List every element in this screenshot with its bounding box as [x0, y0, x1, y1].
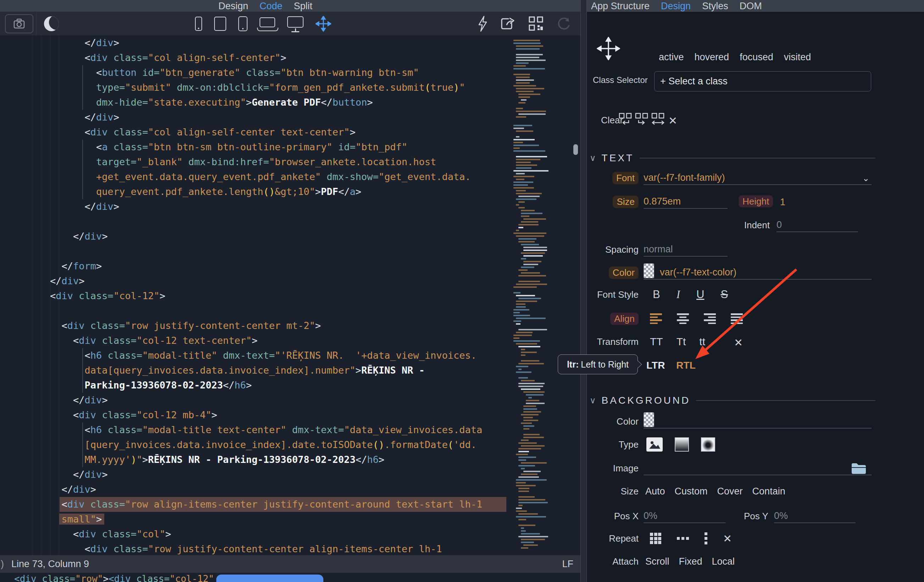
code-line[interactable]: </div> [0, 229, 581, 244]
clear-right-icon[interactable] [634, 112, 650, 129]
background-attach-option[interactable]: Scroll [645, 556, 670, 567]
background-size-option[interactable]: Custom [675, 486, 708, 497]
panel-tab[interactable]: Styles [702, 1, 728, 12]
code-line[interactable]: <div class="row justify-content-center m… [0, 318, 581, 333]
background-type-radial-gradient-icon[interactable] [701, 437, 715, 452]
browse-folder-icon[interactable] [851, 462, 866, 475]
background-attach-option[interactable]: Local [712, 556, 735, 567]
background-color-input[interactable] [644, 414, 871, 429]
font-size-input[interactable]: 0.875em [644, 195, 728, 209]
font-family-select[interactable]: var(--f7-font-family) ⌄ [644, 171, 871, 185]
clipped-blue-button[interactable] [216, 575, 323, 582]
view-mode-tab[interactable]: Split [294, 1, 313, 12]
align-justify-icon[interactable] [731, 313, 743, 324]
align-left-icon[interactable] [650, 313, 662, 324]
code-line[interactable]: MM.yyyy')">RĒĶINS NR - Parking-13936078-… [0, 452, 581, 467]
letter-spacing-input[interactable]: normal [644, 242, 728, 257]
code-line[interactable]: <div class="col align-self-center text-c… [0, 125, 581, 140]
code-line[interactable]: </div> [0, 467, 581, 482]
code-line[interactable]: <div class="row justify-content-center a… [0, 542, 581, 555]
repeat-x-icon[interactable] [677, 537, 689, 540]
pos-x-input[interactable]: 0% [644, 509, 726, 523]
code-line[interactable]: <div class="row align-items-center justi… [0, 497, 581, 512]
code-line[interactable]: +get_event.data.query_event.pdf_ankete" … [0, 170, 581, 184]
pos-y-input[interactable]: 0% [774, 509, 856, 523]
code-line[interactable]: <div class="col"> [0, 527, 581, 542]
text-direction-option[interactable]: RTL [676, 360, 695, 371]
align-right-icon[interactable] [704, 313, 716, 324]
text-direction-option[interactable]: LTR [646, 360, 665, 371]
background-attach-option[interactable]: Fixed [679, 556, 702, 567]
code-line[interactable]: Parking-13936078-02-2023</h6> [0, 378, 581, 393]
responsive-resize-icon[interactable] [315, 16, 331, 31]
minimap[interactable] [512, 35, 549, 553]
device-laptop-icon[interactable] [259, 17, 275, 27]
code-line[interactable]: <a class="btn btn-sm btn-outline-primary… [0, 140, 581, 155]
align-center-icon[interactable] [677, 313, 689, 324]
code-line[interactable]: </div> [0, 482, 581, 497]
code-editor[interactable]: </div><div class="col align-self-center"… [0, 35, 581, 555]
code-line[interactable]: <h6 class="modal-title text-center" dmx-… [0, 422, 581, 437]
pseudo-state[interactable]: active [659, 52, 684, 63]
panel-tab[interactable]: DOM [740, 1, 762, 12]
code-line[interactable]: type="submit" dmx-on:dblclick="form_gen_… [0, 80, 581, 95]
code-line[interactable]: </form> [0, 259, 581, 274]
device-desktop-icon[interactable] [287, 16, 304, 28]
text-direction-options[interactable]: LTRRTL [646, 357, 696, 374]
pseudo-state[interactable]: hovered [695, 52, 729, 63]
code-line[interactable] [0, 303, 581, 318]
background-section-header[interactable]: ∨ BACKGROUND [590, 393, 875, 407]
text-color-input[interactable]: var(--f7-text-color) [644, 265, 871, 280]
panel-tab[interactable]: App Structure [591, 1, 650, 12]
text-transform-option[interactable]: TT [650, 336, 663, 348]
panel-tab[interactable]: Design [661, 1, 691, 12]
code-line[interactable] [0, 244, 581, 259]
underline-button[interactable]: U [696, 288, 704, 301]
dark-mode-moon-icon[interactable] [44, 16, 59, 31]
pseudo-state-selector[interactable]: activehoveredfocusedvisited [659, 50, 811, 64]
text-transform-option[interactable]: Tt [676, 336, 686, 348]
italic-button[interactable]: I [676, 288, 680, 301]
line-height-value[interactable]: 1 [780, 197, 785, 208]
background-size-option[interactable]: Auto [645, 486, 665, 497]
device-phone-icon[interactable] [195, 16, 202, 31]
clear-left-icon[interactable] [618, 112, 634, 129]
code-line[interactable]: <div class="col-12"> [0, 289, 581, 303]
pseudo-state[interactable]: visited [784, 52, 811, 63]
line-ending-indicator[interactable]: LF [562, 555, 573, 573]
text-section-header[interactable]: ∨ TEXT [590, 151, 875, 165]
background-attach-options[interactable]: ScrollFixedLocal [645, 553, 735, 570]
refresh-icon[interactable] [556, 16, 572, 31]
editor-scrollbar-handle[interactable] [573, 144, 578, 155]
code-line[interactable]: <div class="col align-self-center"> [0, 50, 581, 65]
code-line[interactable]: <h6 class="modal-title" dmx-text="'RĒĶIN… [0, 348, 581, 363]
background-image-input[interactable] [644, 461, 871, 475]
code-line[interactable]: target="_blank" dmx-bind:href="browser_a… [0, 155, 581, 170]
strikethrough-button[interactable]: S [721, 288, 728, 301]
transform-none-icon[interactable]: ✕ [734, 336, 743, 349]
code-line[interactable]: <div class="col-12 mb-4"> [0, 407, 581, 422]
panel-splitter[interactable] [581, 0, 587, 582]
panel-tabs[interactable]: App StructureDesignStylesDOM [591, 0, 762, 12]
share-export-icon[interactable] [500, 16, 516, 31]
move-element-icon[interactable] [597, 37, 620, 60]
class-selector-input[interactable]: + Select a class [654, 71, 871, 91]
code-line[interactable]: data[query_invoices.data.invoice_index].… [0, 363, 581, 378]
screenshot-camera-button[interactable] [5, 14, 33, 33]
background-size-option[interactable]: Contain [752, 486, 785, 497]
code-line[interactable]: </div> [0, 274, 581, 289]
code-line[interactable]: [query_invoices.data.invoice_index].date… [0, 437, 581, 452]
text-transform-option[interactable]: tt [699, 336, 705, 348]
device-phone-large-icon[interactable] [238, 16, 248, 31]
repeat-none-icon[interactable]: ✕ [723, 533, 732, 545]
qr-code-icon[interactable] [528, 16, 544, 31]
bold-button[interactable]: B [653, 288, 660, 301]
code-line[interactable]: query_event.pdf_ankete.length()&gt;10">P… [0, 184, 581, 199]
device-tablet-icon[interactable] [214, 16, 226, 31]
view-mode-tab[interactable]: Design [218, 1, 248, 12]
text-transform-options[interactable]: TTTttt [650, 333, 705, 350]
code-content[interactable]: </div><div class="col align-self-center"… [0, 35, 581, 555]
transparent-color-swatch[interactable] [644, 412, 654, 427]
code-line[interactable]: </div> [0, 393, 581, 407]
cursor-position[interactable]: Line 73, Column 9 [12, 555, 89, 573]
